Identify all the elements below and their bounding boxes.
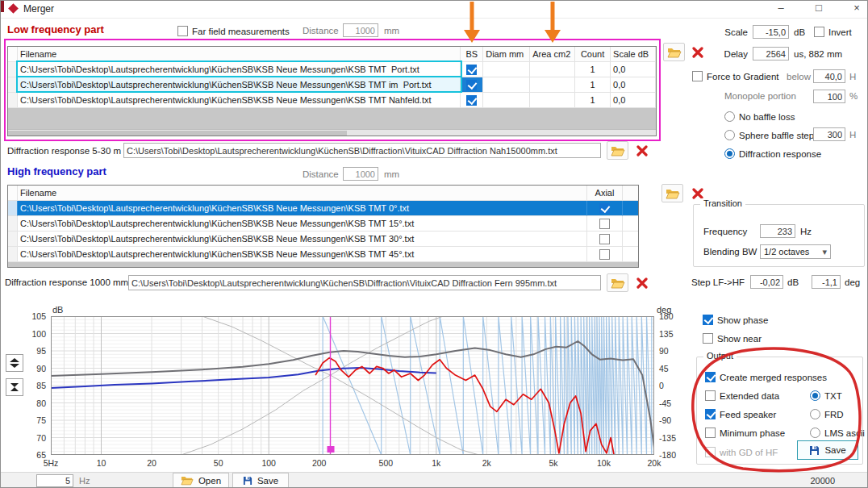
delay-input[interactable] xyxy=(753,47,789,60)
hf-open-folder-button[interactable] xyxy=(661,184,683,202)
frd-radio[interactable]: FRD xyxy=(810,408,844,420)
row-selector[interactable] xyxy=(8,216,18,231)
blending-bw-select[interactable]: 1/2 octaves▾ xyxy=(760,244,831,259)
diam-cell[interactable] xyxy=(483,93,530,108)
row-selector[interactable] xyxy=(8,62,18,77)
force-gradient-checkbox[interactable]: Force to Gradient xyxy=(692,70,778,82)
scale-cell[interactable]: 0,0 xyxy=(611,77,656,93)
scale-cell[interactable]: 0,0 xyxy=(611,93,656,108)
show-near-checkbox[interactable]: Show near xyxy=(703,332,762,344)
lms-ascii-radio[interactable]: LMS ascii xyxy=(810,427,865,439)
close-button[interactable]: × xyxy=(845,2,868,16)
filename-cell[interactable]: C:\Users\Tobi\Desktop\Lautsprecherentwic… xyxy=(18,231,587,247)
transition-frequency-input[interactable] xyxy=(760,224,795,238)
create-merged-checkbox[interactable]: Create merged responses xyxy=(705,371,827,383)
bs-cell[interactable] xyxy=(461,62,483,77)
area-cell[interactable] xyxy=(530,77,575,93)
lf-diffraction-clear-button[interactable] xyxy=(632,141,652,160)
checkbox-box[interactable] xyxy=(705,372,716,382)
bs-cell[interactable] xyxy=(461,93,483,108)
count-cell[interactable]: 1 xyxy=(575,77,611,93)
below-input[interactable] xyxy=(813,69,845,83)
lf-table[interactable]: Filename BS Diam mm Area cm2 Count Scale… xyxy=(7,46,657,136)
row-selector[interactable] xyxy=(8,231,18,247)
txt-radio[interactable]: TXT xyxy=(810,390,842,402)
title-bar[interactable] xyxy=(1,1,868,19)
sphere-baffle-radio[interactable]: Sphere baffle step xyxy=(724,129,814,141)
no-baffle-loss-radio[interactable]: No baffle loss xyxy=(724,111,795,123)
axial-cell[interactable] xyxy=(587,201,623,216)
radio-dot[interactable] xyxy=(724,111,735,122)
save-button[interactable]: Save xyxy=(232,473,289,488)
hf-diffraction-clear-button[interactable] xyxy=(632,273,652,292)
lf-distance-input[interactable] xyxy=(343,23,378,37)
scale-cell[interactable]: 0,0 xyxy=(611,62,656,77)
row-selector[interactable] xyxy=(8,93,18,108)
axial-checkbox[interactable] xyxy=(599,203,610,214)
hf-table-row[interactable]: C:\Users\Tobi\Desktop\Lautsprecherentwic… xyxy=(8,216,638,231)
axial-cell[interactable] xyxy=(587,216,623,231)
open-button[interactable]: Open xyxy=(173,473,229,488)
radio-dot[interactable] xyxy=(810,409,820,419)
sphere-baffle-input[interactable] xyxy=(813,127,845,141)
bs-checkbox[interactable] xyxy=(466,80,477,90)
gd-of-hf-checkbox[interactable]: with GD of HF xyxy=(705,446,778,458)
minimize-button[interactable]: – xyxy=(769,2,793,16)
axial-checkbox[interactable] xyxy=(599,219,610,229)
lf-diffraction-folder-button[interactable] xyxy=(607,141,628,160)
diam-cell[interactable] xyxy=(483,77,530,93)
filename-cell[interactable]: C:\Users\Tobi\Desktop\Lautsprecherentwic… xyxy=(18,62,461,77)
axial-checkbox[interactable] xyxy=(599,234,610,244)
diam-cell[interactable] xyxy=(483,62,530,77)
minimum-phase-checkbox[interactable]: Minimum phase xyxy=(705,427,785,439)
count-cell[interactable]: 1 xyxy=(575,62,611,77)
checkbox-box[interactable] xyxy=(705,447,716,457)
bs-cell[interactable] xyxy=(461,77,483,93)
monopole-input[interactable] xyxy=(813,90,845,103)
lf-open-folder-button[interactable] xyxy=(663,43,685,61)
lf-clear-button[interactable] xyxy=(688,43,707,61)
checkbox-box[interactable] xyxy=(177,26,188,36)
checkbox-box[interactable] xyxy=(814,27,824,37)
filename-cell[interactable]: C:\Users\Tobi\Desktop\Lautsprecherentwic… xyxy=(18,77,461,93)
lf-table-row[interactable]: C:\Users\Tobi\Desktop\Lautsprecherentwic… xyxy=(8,93,656,108)
lf-table-row[interactable]: C:\Users\Tobi\Desktop\Lautsprecherentwic… xyxy=(8,77,656,93)
diffraction-response-radio[interactable]: Diffraction response xyxy=(724,148,821,160)
bs-checkbox[interactable] xyxy=(466,95,477,106)
hf-table-row[interactable]: C:\Users\Tobi\Desktop\Lautsprecherentwic… xyxy=(8,231,638,247)
far-field-checkbox[interactable]: Far field measurements xyxy=(177,25,290,37)
lf-table-row[interactable]: C:\Users\Tobi\Desktop\Lautsprecherentwic… xyxy=(8,62,656,77)
checkbox-box[interactable] xyxy=(705,390,716,401)
step-deg-input[interactable] xyxy=(812,275,841,289)
filename-cell[interactable]: C:\Users\Tobi\Desktop\Lautsprecherentwic… xyxy=(18,201,587,216)
radio-dot[interactable] xyxy=(724,148,735,159)
hf-diffraction-folder-button[interactable] xyxy=(607,273,628,292)
checkbox-box[interactable] xyxy=(703,333,713,344)
scale-input[interactable] xyxy=(753,25,789,39)
checkbox-box[interactable] xyxy=(703,315,713,325)
checkbox-box[interactable] xyxy=(705,428,716,438)
filename-cell[interactable]: C:\Users\Tobi\Desktop\Lautsprecherentwic… xyxy=(18,247,587,262)
hf-table[interactable]: Filename Axial C:\Users\Tobi\Desktop\Lau… xyxy=(7,185,639,268)
axial-cell[interactable] xyxy=(587,247,623,262)
radio-dot[interactable] xyxy=(810,428,820,438)
horizontal-scrollbar[interactable] xyxy=(8,130,656,136)
maximize-button[interactable]: □ xyxy=(807,2,831,16)
checkbox-box[interactable] xyxy=(692,71,703,81)
filename-cell[interactable]: C:\Users\Tobi\Desktop\Lautsprecherentwic… xyxy=(18,216,587,231)
hf-table-row[interactable]: C:\Users\Tobi\Desktop\Lautsprecherentwic… xyxy=(8,247,638,262)
scale-expand-button[interactable] xyxy=(6,354,23,372)
step-db-input[interactable] xyxy=(750,275,783,289)
show-phase-checkbox[interactable]: Show phase xyxy=(703,314,768,326)
scale-compress-button[interactable] xyxy=(6,378,23,396)
hf-distance-input[interactable] xyxy=(343,167,378,181)
checkbox-box[interactable] xyxy=(705,409,716,419)
bs-checkbox[interactable] xyxy=(466,65,477,75)
row-selector[interactable] xyxy=(8,77,18,93)
lf-diffraction-path-input[interactable] xyxy=(123,143,601,158)
count-cell[interactable]: 1 xyxy=(575,93,611,108)
scrollbar-thumb[interactable] xyxy=(8,131,347,136)
row-selector[interactable] xyxy=(8,247,18,262)
fmin-input[interactable] xyxy=(36,474,73,487)
hf-table-row[interactable]: C:\Users\Tobi\Desktop\Lautsprecherentwic… xyxy=(8,201,638,216)
